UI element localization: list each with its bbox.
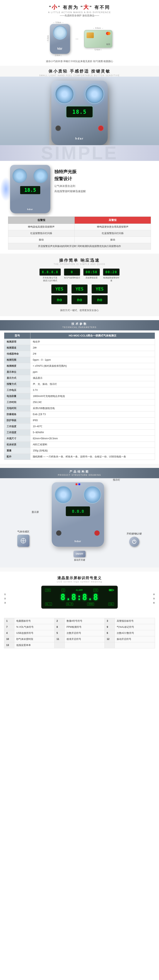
lcd-title-zh: 液晶显示屏标识符号意义 xyxy=(0,576,159,581)
tech-row-19: 配件 随机附赠 — 一只鳄鱼夹一条、鳄鱼夹一条、说明书一份、合格证一份、USB充… xyxy=(4,453,155,460)
tech-param-16-value: 82mm×58mm×28.5mm xyxy=(30,436,155,442)
tech-param-14-value: 10~40℃ xyxy=(30,423,155,430)
tech-row-15: 工作湿度 5~90%RH xyxy=(4,430,155,436)
card-chip xyxy=(87,32,94,38)
tech-row-16: 外观尺寸 82mm×58mm×28.5mm xyxy=(4,436,155,442)
op-desc-4: 检测超限值警告时速 xyxy=(103,277,120,282)
lcd-2: 0 xyxy=(64,269,80,275)
ms-screen: 8.8.8 xyxy=(66,506,90,516)
tech-row-2: 传感器寿命 2年 xyxy=(4,351,155,357)
op-display-row: 8.8.8.8 开关机/复位可直接进入运行模式 0 有无气使用时提示 00:50… xyxy=(0,269,159,282)
dim-top: ← 5.8cm → xyxy=(53,21,64,24)
lcd-4: 00:20 xyxy=(103,269,120,275)
alarm-row-3: 振动 振动 xyxy=(8,237,151,243)
op-item-4: 00:20 检测超限值警告时速 xyxy=(103,269,120,282)
lcd-yes-1: YES xyxy=(51,285,68,294)
tech-param-18-name: 重量 xyxy=(4,447,30,453)
structure-section: 产品结构图 PRODUCT STRUCTURE DRAWING 气体传感区 xyxy=(0,464,159,571)
power-icon xyxy=(132,539,137,544)
op-title-en: THE OPERATION IS SIMPLE AND QUICK xyxy=(0,263,159,265)
alarm-high-header: 高警报 xyxy=(74,216,151,224)
comfort-title-zh: 体小质轻 手感舒适 按键灵敏 xyxy=(0,68,159,74)
tagline-zh: "小" 有所为 "大" 有不同 xyxy=(4,4,155,11)
ann-6: ⑥ xyxy=(153,601,155,604)
sym-label-4-1: 低报设置单单 xyxy=(14,642,54,648)
lcd-ann-right: ④ ⑤ ⑥ xyxy=(153,593,155,604)
lcd-no-2: no xyxy=(71,295,88,304)
tech-header-box: 技术参数 TECHNICAL PARAMETERS xyxy=(0,320,159,331)
tagline-end: 有不同 xyxy=(94,5,110,10)
tech-param-13-value: IP65 xyxy=(30,417,155,423)
gas-inlet-icon xyxy=(17,535,29,547)
struct-diagram-area: 气体传感区 指示灯 xyxy=(0,478,159,568)
tech-row-10: 工作时间 250小时 xyxy=(4,399,155,405)
lcd-demo-wrap: ① ② ③ CH4 S ALARM C4 8.8 xyxy=(0,585,159,612)
op-no-row: no no no xyxy=(0,294,159,307)
sym-num-2-3: 6 xyxy=(105,630,115,636)
gas-inlet-item: 气体传感区 xyxy=(17,530,29,547)
sym-num-3-1: 10 xyxy=(4,636,14,642)
sym-num-2-1: 4 xyxy=(4,630,14,636)
on-off-label: 振动开关键 xyxy=(74,558,85,562)
sym-empty-4-5 xyxy=(115,642,155,648)
tech-table: 型号 HG-MOC-CCLS两合一便携式气体检测仪 检测原理 电化学 检测通道 … xyxy=(4,332,155,460)
tech-param-5-value: ppm xyxy=(30,369,155,375)
card-logo-mark xyxy=(106,32,111,36)
comfort-title-en: SMALL LIGHT HAND FEEL COMFORTABLE BUTTON… xyxy=(0,75,159,76)
tech-param-1-value: 2种 xyxy=(30,345,155,351)
ann-1: ① xyxy=(4,593,6,596)
power-btn-label: 开机键/确认键 xyxy=(127,532,142,535)
sym-label-1-1: % VOL气体符号 xyxy=(14,624,54,630)
vs-divider: ↔ xyxy=(75,36,79,41)
alarm-row-1: 蜂鸣器低高度阶高报警声 蜂鸣器更快更合理高度报警声 xyxy=(8,224,151,230)
alarm-dial-right xyxy=(33,169,48,183)
lcd-no-3: no xyxy=(91,295,108,304)
sym-label-3-1: 秒气体浓度时段 xyxy=(14,636,54,642)
sym-num-0-3: 3 xyxy=(105,618,115,624)
sym-num-3-3: 12 xyxy=(105,636,115,642)
on-off-text: ON/OFF xyxy=(76,553,83,555)
tech-param-6-value: 液晶显示 xyxy=(30,375,155,381)
lcd-top-row: CH4 S ALARM C4 xyxy=(45,589,114,592)
lcd-no-1: no xyxy=(51,295,68,304)
sym-num-1-2: 8 xyxy=(54,624,65,630)
led-row xyxy=(76,484,80,485)
op-item-1: 8.8.8.8 开关机/复位可直接进入运行模式 xyxy=(39,269,61,282)
tech-param-17-name: 机体材质 xyxy=(4,442,30,447)
alarm-title-main: 独特声光振 报警设计 xyxy=(54,168,155,182)
lcd-3: 00:50 xyxy=(83,269,100,275)
tech-param-13-name: 防护等级 xyxy=(4,417,30,423)
op-desc-1: 开关机/复位可直接进入运行模式 xyxy=(42,277,58,282)
tagline-sub: ——先进的安全保护 放在您身边—— xyxy=(4,14,155,18)
card-dim-bottom: 5.4cm ↕ xyxy=(94,49,102,51)
tech-param-17-value: ABS工程塑料 xyxy=(30,442,155,447)
sym-label-2-2: 次数开启符号 xyxy=(65,630,105,636)
tech-param-9-value: 1800mAh可充电锂电合并电池 xyxy=(30,393,155,399)
alarm-top: 18.5 hdar 独特声光振 报警设计 让气体浓度在达到 高低报警值时能够迅速… xyxy=(4,165,155,213)
struct-title-en: PRODUCT STRUCTURE DRAWING xyxy=(0,474,159,476)
on-off-icon: ON/OFF xyxy=(74,551,85,557)
power-btn-icon xyxy=(129,537,139,547)
lcd-yes-2: YES xyxy=(71,285,88,294)
lcd-ann-left: ① ② ③ xyxy=(4,593,6,604)
alarm-high-1: 蜂鸣器更快更合理高度报警声 xyxy=(74,224,151,230)
sym-num-0-2: 2 xyxy=(54,618,65,624)
gas-sensor-svg xyxy=(20,538,26,544)
tech-param-15-value: 5~90%RH xyxy=(30,430,155,436)
tech-col-model-label: 型号 xyxy=(4,332,30,339)
operation-section: 操作简单 响应迅速 THE OPERATION IS SIMPLE AND QU… xyxy=(0,254,159,316)
alarm-section: 18.5 hdar 独特声光振 报警设计 让气体浓度在达到 高低报警值时能够迅速… xyxy=(0,161,159,254)
alarm-low-header: 低警报 xyxy=(8,216,75,224)
tech-param-1-name: 检测通道 xyxy=(4,345,30,351)
sym-num-2-2: 5 xyxy=(54,630,65,636)
ann-3: ③ xyxy=(4,601,6,604)
lcd-alarm-label: ALARM xyxy=(76,589,82,592)
sym-label-3-2: 校准开启符号 xyxy=(65,636,105,642)
led-blue xyxy=(79,484,80,485)
lcd-section: 液晶显示屏标识符号意义 LCD screen logo symbol meani… xyxy=(0,571,159,616)
ms-dial-left xyxy=(55,486,72,504)
alarm-screen: 18.5 xyxy=(20,186,40,194)
struct-header-box: 产品结构图 PRODUCT STRUCTURE DRAWING xyxy=(0,468,159,478)
lcd-al-l: AL-L xyxy=(45,603,52,606)
alarm-brand: hdar xyxy=(27,208,33,210)
